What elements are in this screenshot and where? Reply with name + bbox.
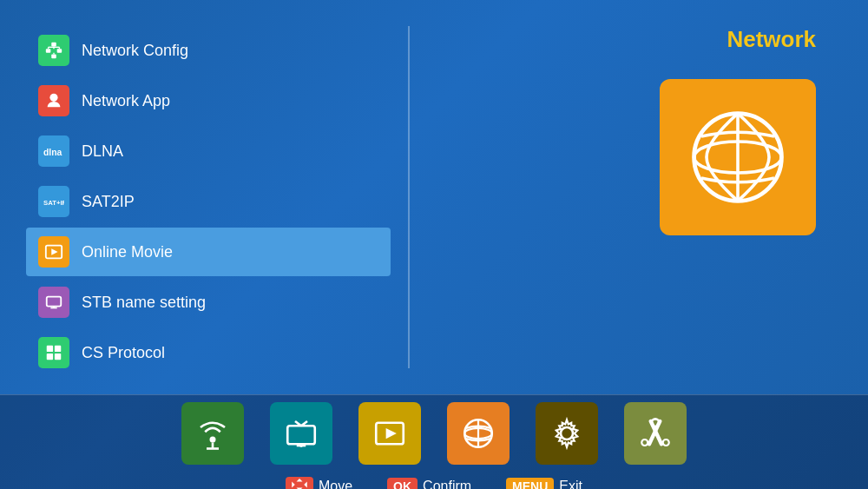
svg-rect-17 bbox=[47, 346, 53, 352]
nav-btn-media[interactable] bbox=[358, 402, 421, 465]
menu-label: Exit bbox=[559, 479, 582, 490]
menu-item-sat2ip[interactable]: SAT+IP SAT2IP bbox=[26, 177, 391, 226]
nav-btn-tools[interactable] bbox=[624, 402, 687, 465]
move-badge bbox=[286, 477, 313, 489]
svg-rect-19 bbox=[47, 354, 53, 360]
svg-rect-1 bbox=[46, 49, 51, 53]
menu-item-online-movie[interactable]: Online Movie bbox=[26, 228, 391, 276]
nav-btn-network[interactable] bbox=[447, 402, 510, 465]
menu-badge: MENU bbox=[506, 478, 554, 490]
right-panel: Network bbox=[427, 17, 842, 377]
menu-list: Network Config Network App dlna bbox=[26, 26, 391, 377]
svg-marker-43 bbox=[292, 482, 295, 488]
nav-icons-row bbox=[0, 402, 868, 470]
menu-label-sat2ip: SAT2IP bbox=[82, 193, 135, 211]
svg-marker-45 bbox=[296, 479, 302, 482]
svg-point-37 bbox=[561, 427, 573, 439]
menu-item-network-config[interactable]: Network Config bbox=[26, 26, 391, 75]
menu-item-network-app[interactable]: Network App bbox=[26, 76, 391, 125]
menu-label-dlna: DLNA bbox=[82, 142, 123, 161]
svg-marker-33 bbox=[386, 428, 397, 439]
svg-rect-14 bbox=[47, 297, 62, 307]
svg-marker-44 bbox=[304, 482, 307, 488]
online-movie-icon bbox=[38, 236, 69, 268]
menu-label-cs-protocol: CS Protocol bbox=[82, 344, 165, 362]
menu-item-dlna[interactable]: dlna DLNA bbox=[26, 127, 391, 175]
status-ok: OK Confirm bbox=[387, 478, 471, 490]
status-move: Move bbox=[286, 477, 352, 489]
ok-label: Confirm bbox=[423, 479, 471, 490]
status-bar: Move OK Confirm MENU Exit bbox=[0, 473, 868, 489]
nav-btn-signal[interactable] bbox=[181, 402, 244, 465]
nav-btn-settings[interactable] bbox=[536, 402, 598, 465]
network-config-icon bbox=[38, 35, 69, 66]
svg-rect-3 bbox=[51, 55, 56, 59]
stb-name-icon bbox=[38, 287, 69, 318]
svg-point-9 bbox=[49, 94, 57, 102]
feature-icon-large bbox=[660, 79, 816, 235]
main-container: Network Config Network App dlna bbox=[0, 0, 868, 489]
svg-text:dlna: dlna bbox=[43, 148, 62, 157]
cs-protocol-icon bbox=[38, 337, 69, 368]
svg-marker-13 bbox=[51, 248, 57, 254]
nav-btn-tv[interactable] bbox=[270, 402, 332, 465]
top-section: Network Config Network App dlna bbox=[0, 0, 868, 394]
svg-point-41 bbox=[641, 439, 648, 446]
svg-rect-18 bbox=[55, 346, 61, 352]
ok-badge: OK bbox=[387, 478, 418, 490]
menu-label-network-app: Network App bbox=[82, 92, 170, 110]
menu-label-online-movie: Online Movie bbox=[82, 243, 173, 261]
network-app-icon bbox=[38, 85, 69, 116]
svg-rect-20 bbox=[55, 354, 61, 360]
svg-text:SAT+IP: SAT+IP bbox=[43, 199, 64, 207]
menu-label-stb-name: STB name setting bbox=[82, 294, 206, 312]
sat2ip-icon: SAT+IP bbox=[38, 186, 69, 217]
section-divider bbox=[408, 26, 410, 368]
svg-rect-0 bbox=[51, 43, 56, 47]
dlna-icon: dlna bbox=[38, 135, 69, 167]
svg-rect-27 bbox=[287, 426, 315, 444]
menu-item-cs-protocol[interactable]: CS Protocol bbox=[26, 328, 391, 377]
menu-label-network-config: Network Config bbox=[82, 42, 188, 60]
svg-point-24 bbox=[210, 437, 216, 443]
menu-item-stb-name[interactable]: STB name setting bbox=[26, 278, 391, 327]
svg-rect-2 bbox=[57, 49, 62, 53]
bottom-nav: Move OK Confirm MENU Exit bbox=[0, 394, 868, 489]
svg-point-40 bbox=[652, 419, 660, 426]
svg-point-42 bbox=[663, 439, 669, 446]
status-menu: MENU Exit bbox=[506, 478, 582, 490]
globe-svg bbox=[686, 105, 790, 209]
section-title: Network bbox=[727, 26, 816, 53]
move-label: Move bbox=[319, 479, 352, 490]
